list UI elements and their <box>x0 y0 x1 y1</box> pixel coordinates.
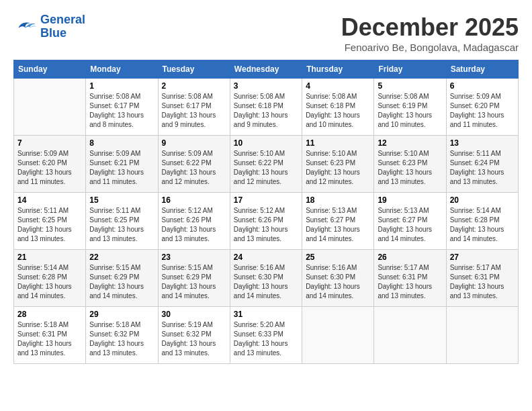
logo-bird-icon <box>13 17 38 36</box>
day-sun-info: Sunrise: 5:14 AM Sunset: 6:28 PM Dayligh… <box>450 206 515 244</box>
calendar-day-cell: 20Sunrise: 5:14 AM Sunset: 6:28 PM Dayli… <box>446 193 518 250</box>
day-sun-info: Sunrise: 5:19 AM Sunset: 6:32 PM Dayligh… <box>162 320 226 358</box>
day-number: 19 <box>378 195 442 205</box>
weekday-header: Thursday <box>302 60 374 79</box>
calendar-day-cell: 23Sunrise: 5:15 AM Sunset: 6:29 PM Dayli… <box>158 250 230 307</box>
day-number: 29 <box>89 310 154 319</box>
calendar-day-cell: 21Sunrise: 5:14 AM Sunset: 6:28 PM Dayli… <box>14 250 86 307</box>
calendar-day-cell: 24Sunrise: 5:16 AM Sunset: 6:30 PM Dayli… <box>230 250 302 307</box>
day-number: 14 <box>17 195 82 205</box>
calendar-day-cell: 15Sunrise: 5:11 AM Sunset: 6:25 PM Dayli… <box>86 193 158 250</box>
day-sun-info: Sunrise: 5:15 AM Sunset: 6:29 PM Dayligh… <box>162 263 226 301</box>
calendar-day-cell: 18Sunrise: 5:13 AM Sunset: 6:27 PM Dayli… <box>302 193 374 250</box>
calendar-day-cell: 11Sunrise: 5:10 AM Sunset: 6:23 PM Dayli… <box>302 136 374 193</box>
day-sun-info: Sunrise: 5:08 AM Sunset: 6:17 PM Dayligh… <box>89 92 154 130</box>
day-number: 11 <box>306 138 370 148</box>
calendar-week-row: 7Sunrise: 5:09 AM Sunset: 6:20 PM Daylig… <box>14 136 519 193</box>
day-sun-info: Sunrise: 5:15 AM Sunset: 6:29 PM Dayligh… <box>89 263 154 301</box>
day-sun-info: Sunrise: 5:11 AM Sunset: 6:24 PM Dayligh… <box>450 149 515 187</box>
day-number: 13 <box>450 138 515 148</box>
weekday-header: Sunday <box>14 60 86 79</box>
logo-text: General Blue <box>40 13 85 40</box>
day-number: 9 <box>162 138 226 148</box>
page-header: General Blue December 2025 Fenoarivo Be,… <box>13 13 519 53</box>
calendar-day-cell: 26Sunrise: 5:17 AM Sunset: 6:31 PM Dayli… <box>374 250 446 307</box>
day-sun-info: Sunrise: 5:08 AM Sunset: 6:18 PM Dayligh… <box>234 92 298 130</box>
calendar-day-cell <box>14 79 86 136</box>
day-sun-info: Sunrise: 5:17 AM Sunset: 6:31 PM Dayligh… <box>378 263 442 301</box>
day-sun-info: Sunrise: 5:08 AM Sunset: 6:19 PM Dayligh… <box>378 92 442 130</box>
day-number: 15 <box>89 195 154 205</box>
calendar-day-cell: 28Sunrise: 5:18 AM Sunset: 6:31 PM Dayli… <box>14 307 86 364</box>
day-sun-info: Sunrise: 5:10 AM Sunset: 6:23 PM Dayligh… <box>378 149 442 187</box>
calendar-week-row: 28Sunrise: 5:18 AM Sunset: 6:31 PM Dayli… <box>14 307 519 364</box>
day-sun-info: Sunrise: 5:20 AM Sunset: 6:33 PM Dayligh… <box>234 320 298 358</box>
weekday-header: Saturday <box>446 60 518 79</box>
day-sun-info: Sunrise: 5:11 AM Sunset: 6:25 PM Dayligh… <box>89 206 154 244</box>
day-sun-info: Sunrise: 5:14 AM Sunset: 6:28 PM Dayligh… <box>17 263 82 301</box>
calendar-day-cell: 29Sunrise: 5:18 AM Sunset: 6:32 PM Dayli… <box>86 307 158 364</box>
calendar-week-row: 14Sunrise: 5:11 AM Sunset: 6:25 PM Dayli… <box>14 193 519 250</box>
day-number: 23 <box>162 253 226 262</box>
day-sun-info: Sunrise: 5:09 AM Sunset: 6:20 PM Dayligh… <box>17 149 82 187</box>
day-sun-info: Sunrise: 5:11 AM Sunset: 6:25 PM Dayligh… <box>17 206 82 244</box>
day-number: 24 <box>234 253 298 262</box>
calendar-day-cell: 8Sunrise: 5:09 AM Sunset: 6:21 PM Daylig… <box>86 136 158 193</box>
day-number: 18 <box>306 195 370 205</box>
weekday-header: Wednesday <box>230 60 302 79</box>
calendar-week-row: 21Sunrise: 5:14 AM Sunset: 6:28 PM Dayli… <box>14 250 519 307</box>
calendar-day-cell: 27Sunrise: 5:17 AM Sunset: 6:31 PM Dayli… <box>446 250 518 307</box>
day-sun-info: Sunrise: 5:16 AM Sunset: 6:30 PM Dayligh… <box>306 263 370 301</box>
day-sun-info: Sunrise: 5:13 AM Sunset: 6:27 PM Dayligh… <box>306 206 370 244</box>
day-number: 25 <box>306 253 370 262</box>
day-sun-info: Sunrise: 5:09 AM Sunset: 6:20 PM Dayligh… <box>450 92 515 130</box>
calendar-day-cell: 2Sunrise: 5:08 AM Sunset: 6:17 PM Daylig… <box>158 79 230 136</box>
calendar-day-cell: 19Sunrise: 5:13 AM Sunset: 6:27 PM Dayli… <box>374 193 446 250</box>
calendar-day-cell: 25Sunrise: 5:16 AM Sunset: 6:30 PM Dayli… <box>302 250 374 307</box>
calendar-day-cell: 5Sunrise: 5:08 AM Sunset: 6:19 PM Daylig… <box>374 79 446 136</box>
calendar-day-cell: 14Sunrise: 5:11 AM Sunset: 6:25 PM Dayli… <box>14 193 86 250</box>
day-number: 2 <box>162 81 226 91</box>
weekday-header: Friday <box>374 60 446 79</box>
day-sun-info: Sunrise: 5:12 AM Sunset: 6:26 PM Dayligh… <box>162 206 226 244</box>
day-number: 3 <box>234 81 298 91</box>
calendar-day-cell: 4Sunrise: 5:08 AM Sunset: 6:18 PM Daylig… <box>302 79 374 136</box>
calendar-day-cell <box>374 307 446 364</box>
calendar-week-row: 1Sunrise: 5:08 AM Sunset: 6:17 PM Daylig… <box>14 79 519 136</box>
calendar-day-cell: 16Sunrise: 5:12 AM Sunset: 6:26 PM Dayli… <box>158 193 230 250</box>
day-number: 21 <box>17 253 82 262</box>
day-sun-info: Sunrise: 5:08 AM Sunset: 6:18 PM Dayligh… <box>306 92 370 130</box>
day-sun-info: Sunrise: 5:16 AM Sunset: 6:30 PM Dayligh… <box>234 263 298 301</box>
day-number: 20 <box>450 195 515 205</box>
day-sun-info: Sunrise: 5:09 AM Sunset: 6:22 PM Dayligh… <box>162 149 226 187</box>
calendar-day-cell: 6Sunrise: 5:09 AM Sunset: 6:20 PM Daylig… <box>446 79 518 136</box>
month-year-title: December 2025 <box>341 13 519 42</box>
calendar-day-cell: 22Sunrise: 5:15 AM Sunset: 6:29 PM Dayli… <box>86 250 158 307</box>
calendar-day-cell <box>446 307 518 364</box>
day-sun-info: Sunrise: 5:13 AM Sunset: 6:27 PM Dayligh… <box>378 206 442 244</box>
calendar-day-cell: 3Sunrise: 5:08 AM Sunset: 6:18 PM Daylig… <box>230 79 302 136</box>
day-number: 17 <box>234 195 298 205</box>
day-sun-info: Sunrise: 5:08 AM Sunset: 6:17 PM Dayligh… <box>162 92 226 130</box>
day-sun-info: Sunrise: 5:09 AM Sunset: 6:21 PM Dayligh… <box>89 149 154 187</box>
day-sun-info: Sunrise: 5:17 AM Sunset: 6:31 PM Dayligh… <box>450 263 515 301</box>
day-number: 8 <box>89 138 154 148</box>
day-sun-info: Sunrise: 5:12 AM Sunset: 6:26 PM Dayligh… <box>234 206 298 244</box>
calendar-day-cell: 17Sunrise: 5:12 AM Sunset: 6:26 PM Dayli… <box>230 193 302 250</box>
day-number: 22 <box>89 253 154 262</box>
calendar-day-cell: 13Sunrise: 5:11 AM Sunset: 6:24 PM Dayli… <box>446 136 518 193</box>
day-sun-info: Sunrise: 5:10 AM Sunset: 6:22 PM Dayligh… <box>234 149 298 187</box>
day-number: 1 <box>89 81 154 91</box>
day-sun-info: Sunrise: 5:10 AM Sunset: 6:23 PM Dayligh… <box>306 149 370 187</box>
day-number: 5 <box>378 81 442 91</box>
day-sun-info: Sunrise: 5:18 AM Sunset: 6:31 PM Dayligh… <box>17 320 82 358</box>
title-block: December 2025 Fenoarivo Be, Bongolava, M… <box>341 13 519 53</box>
day-number: 12 <box>378 138 442 148</box>
calendar-day-cell: 30Sunrise: 5:19 AM Sunset: 6:32 PM Dayli… <box>158 307 230 364</box>
day-sun-info: Sunrise: 5:18 AM Sunset: 6:32 PM Dayligh… <box>89 320 154 358</box>
weekday-header: Monday <box>86 60 158 79</box>
calendar-day-cell: 12Sunrise: 5:10 AM Sunset: 6:23 PM Dayli… <box>374 136 446 193</box>
calendar-day-cell: 1Sunrise: 5:08 AM Sunset: 6:17 PM Daylig… <box>86 79 158 136</box>
day-number: 4 <box>306 81 370 91</box>
calendar-day-cell <box>302 307 374 364</box>
